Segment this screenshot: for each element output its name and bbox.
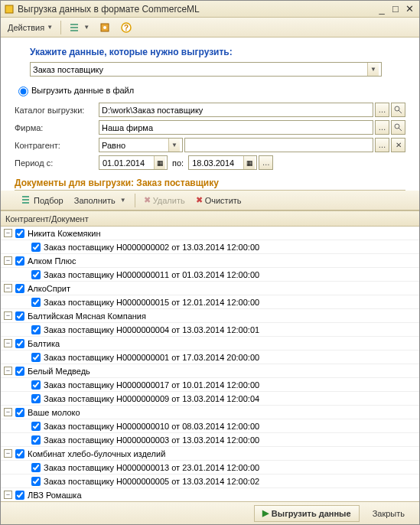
tree-child-row[interactable]: Заказ поставщику Н0000000017 от 10.01.20… xyxy=(1,378,419,392)
tree-child-row[interactable]: Заказ поставщику Н0000000005 от 13.03.20… xyxy=(1,474,419,488)
row-checkbox[interactable] xyxy=(15,449,24,458)
doc-type-combo[interactable]: Заказ поставщику ▼ xyxy=(30,62,382,77)
maximize-button[interactable]: □ xyxy=(389,3,402,15)
row-checkbox[interactable] xyxy=(31,435,41,445)
dropdown-arrow-icon: ▼ xyxy=(47,24,53,31)
docs-toolbar: Подбор Заполнить ▼ ✖ Удалить ✖ Очистить xyxy=(1,191,419,210)
tree-child-row[interactable]: Заказ поставщику Н0000000013 от 23.01.20… xyxy=(1,461,419,474)
firm-value: Наша фирма xyxy=(102,123,153,132)
clear-icon: ✖ xyxy=(196,195,203,205)
firm-browse-button[interactable]: … xyxy=(375,120,389,135)
grid-body[interactable]: −Никита КожемякинЗаказ поставщику Н00000… xyxy=(1,227,419,514)
tree-parent-row[interactable]: −ЛВЗ Ромашка xyxy=(1,488,419,502)
export-to-file-radio[interactable]: Выгрузить данные в файл xyxy=(15,84,405,96)
window-title: Выгрузка данных в формате CommerceML xyxy=(18,4,375,15)
svg-rect-0 xyxy=(5,5,13,13)
tree-child-row[interactable]: Заказ поставщику Н0000000001 от 17.03.20… xyxy=(1,351,419,364)
document-name: Заказ поставщику Н0000000003 от 13.03.20… xyxy=(44,435,259,445)
export-button[interactable]: ▶ Выгрузить данные xyxy=(254,505,360,522)
clear-button[interactable]: ✖ Очистить xyxy=(191,193,246,208)
toolbar-btn-1[interactable]: ▼ xyxy=(65,20,93,35)
select-button[interactable]: Подбор xyxy=(18,193,68,208)
tree-child-row[interactable]: Заказ поставщику Н0000000004 от 13.03.20… xyxy=(1,323,419,337)
tree-parent-row[interactable]: −Балтийская Мясная Компания xyxy=(1,309,419,323)
tree-parent-row[interactable]: −Никита Кожемякин xyxy=(1,227,419,240)
counterparty-browse-button[interactable]: … xyxy=(375,138,389,152)
actions-menu[interactable]: Действия ▼ xyxy=(4,20,57,35)
calendar-icon[interactable]: ▦ xyxy=(154,156,165,169)
period-picker-button[interactable]: … xyxy=(259,155,273,170)
close-button[interactable]: ✕ xyxy=(402,3,416,15)
collapse-icon[interactable]: − xyxy=(4,339,12,347)
tree-parent-row[interactable]: −Балтика xyxy=(1,337,419,351)
collapse-icon[interactable]: − xyxy=(4,311,12,320)
counterparty-name: Никита Кожемякин xyxy=(28,229,101,238)
close-footer-button[interactable]: Закрыть xyxy=(364,505,413,522)
counterparty-op-combo[interactable]: Равно ▼ xyxy=(99,138,183,152)
row-checkbox[interactable] xyxy=(15,284,24,293)
row-checkbox[interactable] xyxy=(15,311,24,321)
row-checkbox[interactable] xyxy=(15,491,24,500)
collapse-icon[interactable]: − xyxy=(4,491,12,499)
delete-button[interactable]: ✖ Удалить xyxy=(139,193,190,208)
row-checkbox[interactable] xyxy=(31,298,41,307)
calendar-icon[interactable]: ▦ xyxy=(243,156,255,169)
dropdown-arrow-icon[interactable]: ▼ xyxy=(168,139,180,152)
tree-parent-row[interactable]: −Комбинат хлебо-булочных изделий xyxy=(1,447,419,461)
export-to-file-radio-input[interactable] xyxy=(18,86,28,96)
row-checkbox[interactable] xyxy=(31,422,41,431)
row-checkbox[interactable] xyxy=(15,367,24,376)
tree-parent-row[interactable]: −АлкоСприт xyxy=(1,282,419,295)
row-checkbox[interactable] xyxy=(31,477,41,486)
row-checkbox[interactable] xyxy=(15,256,24,266)
collapse-icon[interactable]: − xyxy=(4,367,12,375)
counterparty-input[interactable] xyxy=(184,138,373,152)
counterparty-name: Ваше молоко xyxy=(28,408,80,417)
toolbar-btn-2[interactable] xyxy=(95,20,115,35)
collapse-icon[interactable]: − xyxy=(4,229,12,237)
row-checkbox[interactable] xyxy=(15,229,24,238)
catalog-search-button[interactable] xyxy=(391,103,405,117)
export-label: Выгрузить данные xyxy=(272,509,351,518)
date-from-input[interactable]: 01.01.2014 ▦ xyxy=(99,155,168,170)
row-checkbox[interactable] xyxy=(31,270,41,279)
collapse-icon[interactable]: − xyxy=(4,256,12,265)
minimize-button[interactable]: _ xyxy=(375,3,389,15)
catalog-browse-button[interactable]: … xyxy=(375,103,389,117)
catalog-input[interactable]: D:\work\Заказ поставщику xyxy=(99,103,373,117)
row-checkbox[interactable] xyxy=(31,243,41,252)
counterparty-clear-button[interactable]: ✕ xyxy=(391,138,405,152)
fill-button[interactable]: Заполнить ▼ xyxy=(70,193,131,208)
row-checkbox[interactable] xyxy=(31,394,41,403)
tree-parent-row[interactable]: −Ваше молоко xyxy=(1,406,419,419)
settings-icon xyxy=(99,21,111,34)
counterparty-name: Балтийская Мясная Компания xyxy=(28,311,146,321)
dropdown-arrow-icon[interactable]: ▼ xyxy=(367,63,379,76)
help-button[interactable]: ? xyxy=(116,20,136,35)
grid-header[interactable]: Контрагент/Документ xyxy=(1,211,419,227)
tree-child-row[interactable]: Заказ поставщику Н0000000002 от 13.03.20… xyxy=(1,240,419,254)
collapse-icon[interactable]: − xyxy=(4,284,12,292)
firm-input[interactable]: Наша фирма xyxy=(99,120,373,135)
tree-parent-row[interactable]: −Алком Плюс xyxy=(1,254,419,268)
tree-child-row[interactable]: Заказ поставщику Н0000000003 от 13.03.20… xyxy=(1,433,419,447)
date-to-input[interactable]: 18.03.2014 ▦ xyxy=(188,155,257,170)
row-checkbox[interactable] xyxy=(15,339,24,348)
row-checkbox[interactable] xyxy=(31,353,41,362)
document-name: Заказ поставщику Н0000000002 от 13.03.20… xyxy=(44,243,259,252)
collapse-icon[interactable]: − xyxy=(4,449,12,458)
document-name: Заказ поставщику Н0000000015 от 12.01.20… xyxy=(44,298,259,307)
collapse-icon[interactable]: − xyxy=(4,408,12,416)
row-checkbox[interactable] xyxy=(31,325,41,334)
tree-child-row[interactable]: Заказ поставщику Н0000000011 от 01.03.20… xyxy=(1,268,419,282)
svg-rect-12 xyxy=(22,196,29,197)
tree-parent-row[interactable]: −Белый Медведь xyxy=(1,364,419,378)
firm-search-button[interactable] xyxy=(391,120,405,135)
tree-child-row[interactable]: Заказ поставщику Н0000000009 от 13.03.20… xyxy=(1,392,419,406)
titlebar: Выгрузка данных в формате CommerceML _ □… xyxy=(1,1,419,18)
row-checkbox[interactable] xyxy=(31,463,41,472)
row-checkbox[interactable] xyxy=(15,408,24,417)
row-checkbox[interactable] xyxy=(31,380,41,390)
tree-child-row[interactable]: Заказ поставщику Н0000000010 от 08.03.20… xyxy=(1,419,419,433)
tree-child-row[interactable]: Заказ поставщику Н0000000015 от 12.01.20… xyxy=(1,295,419,309)
